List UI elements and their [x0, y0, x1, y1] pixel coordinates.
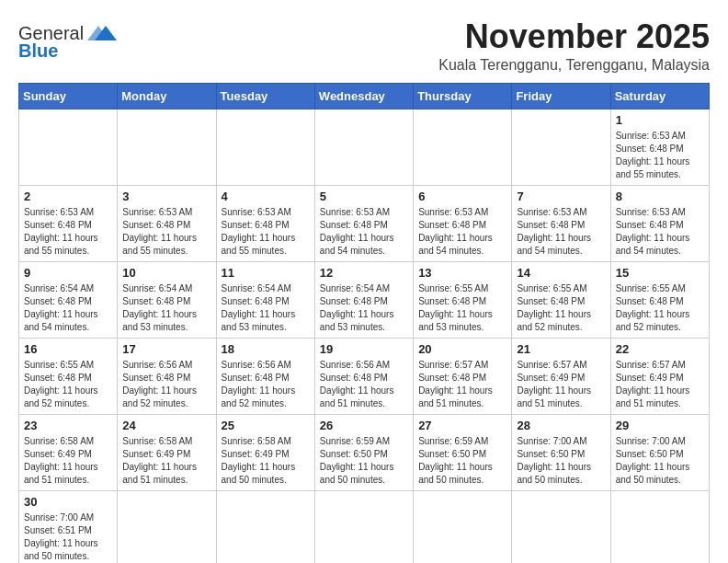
calendar-cell: 25Sunrise: 6:58 AM Sunset: 6:49 PM Dayli… — [216, 414, 314, 490]
cell-info: Sunrise: 6:55 AM Sunset: 6:48 PM Dayligh… — [517, 282, 605, 334]
calendar-header-monday: Monday — [118, 83, 216, 109]
calendar-cell: 28Sunrise: 7:00 AM Sunset: 6:50 PM Dayli… — [512, 414, 610, 490]
day-number: 29 — [616, 419, 704, 432]
calendar-cell: 27Sunrise: 6:59 AM Sunset: 6:50 PM Dayli… — [414, 414, 512, 490]
day-number: 9 — [24, 266, 112, 280]
day-number: 24 — [122, 419, 210, 432]
day-number: 27 — [418, 419, 506, 432]
calendar-week-row: 1Sunrise: 6:53 AM Sunset: 6:48 PM Daylig… — [19, 109, 710, 185]
day-number: 17 — [122, 342, 210, 356]
calendar-cell: 2Sunrise: 6:53 AM Sunset: 6:48 PM Daylig… — [19, 185, 118, 261]
cell-info: Sunrise: 6:53 AM Sunset: 6:48 PM Dayligh… — [517, 206, 605, 258]
calendar-cell — [118, 109, 216, 185]
calendar-header-row: SundayMondayTuesdayWednesdayThursdayFrid… — [19, 83, 710, 109]
day-number: 26 — [320, 419, 408, 432]
day-number: 20 — [418, 342, 506, 356]
calendar-cell: 30Sunrise: 7:00 AM Sunset: 6:51 PM Dayli… — [19, 490, 118, 563]
logo: General Blue — [18, 18, 120, 62]
location: Kuala Terengganu, Terengganu, Malaysia — [438, 57, 710, 74]
month-title: November 2025 — [438, 18, 710, 55]
calendar-cell: 8Sunrise: 6:53 AM Sunset: 6:48 PM Daylig… — [610, 185, 709, 261]
calendar-cell — [19, 109, 118, 185]
cell-info: Sunrise: 6:56 AM Sunset: 6:48 PM Dayligh… — [222, 359, 310, 410]
calendar-cell — [314, 490, 413, 563]
day-number: 11 — [222, 266, 310, 280]
day-number: 18 — [222, 342, 310, 356]
calendar-header-tuesday: Tuesday — [216, 83, 314, 109]
cell-info: Sunrise: 6:58 AM Sunset: 6:49 PM Dayligh… — [222, 435, 310, 487]
calendar-cell: 19Sunrise: 6:56 AM Sunset: 6:48 PM Dayli… — [314, 338, 413, 414]
cell-info: Sunrise: 7:00 AM Sunset: 6:50 PM Dayligh… — [517, 435, 605, 487]
day-number: 5 — [320, 190, 408, 203]
calendar-cell: 20Sunrise: 6:57 AM Sunset: 6:48 PM Dayli… — [414, 338, 512, 414]
calendar-cell: 14Sunrise: 6:55 AM Sunset: 6:48 PM Dayli… — [512, 261, 610, 338]
calendar-week-row: 16Sunrise: 6:55 AM Sunset: 6:48 PM Dayli… — [19, 338, 710, 414]
day-number: 22 — [616, 342, 704, 356]
day-number: 19 — [320, 342, 408, 356]
day-number: 30 — [24, 495, 112, 509]
cell-info: Sunrise: 6:56 AM Sunset: 6:48 PM Dayligh… — [122, 359, 210, 410]
day-number: 16 — [24, 342, 112, 356]
day-number: 23 — [24, 419, 112, 432]
cell-info: Sunrise: 6:54 AM Sunset: 6:48 PM Dayligh… — [24, 282, 112, 334]
calendar-header-thursday: Thursday — [414, 83, 512, 109]
cell-info: Sunrise: 6:57 AM Sunset: 6:49 PM Dayligh… — [517, 359, 605, 410]
day-number: 25 — [222, 419, 310, 432]
calendar-header-saturday: Saturday — [610, 83, 709, 109]
day-number: 15 — [616, 266, 704, 280]
cell-info: Sunrise: 6:57 AM Sunset: 6:49 PM Dayligh… — [616, 359, 704, 410]
cell-info: Sunrise: 6:53 AM Sunset: 6:48 PM Dayligh… — [418, 206, 506, 258]
cell-info: Sunrise: 6:58 AM Sunset: 6:49 PM Dayligh… — [24, 435, 112, 487]
calendar-cell: 6Sunrise: 6:53 AM Sunset: 6:48 PM Daylig… — [414, 185, 512, 261]
cell-info: Sunrise: 6:55 AM Sunset: 6:48 PM Dayligh… — [616, 282, 704, 334]
calendar-cell: 13Sunrise: 6:55 AM Sunset: 6:48 PM Dayli… — [414, 261, 512, 338]
calendar-cell: 5Sunrise: 6:53 AM Sunset: 6:48 PM Daylig… — [314, 185, 413, 261]
calendar-cell — [216, 490, 314, 563]
calendar-cell: 9Sunrise: 6:54 AM Sunset: 6:48 PM Daylig… — [19, 261, 118, 338]
logo-blue: Blue — [18, 40, 58, 62]
cell-info: Sunrise: 6:53 AM Sunset: 6:48 PM Dayligh… — [616, 206, 704, 258]
calendar-cell: 24Sunrise: 6:58 AM Sunset: 6:49 PM Dayli… — [118, 414, 216, 490]
cell-info: Sunrise: 6:54 AM Sunset: 6:48 PM Dayligh… — [122, 282, 210, 334]
calendar-cell — [118, 490, 216, 563]
calendar-cell — [414, 109, 512, 185]
calendar-table: SundayMondayTuesdayWednesdayThursdayFrid… — [18, 83, 710, 563]
day-number: 10 — [122, 266, 210, 280]
calendar-cell: 12Sunrise: 6:54 AM Sunset: 6:48 PM Dayli… — [314, 261, 413, 338]
cell-info: Sunrise: 6:59 AM Sunset: 6:50 PM Dayligh… — [418, 435, 506, 487]
day-number: 2 — [24, 190, 112, 203]
day-number: 8 — [616, 190, 704, 203]
day-number: 28 — [517, 419, 605, 432]
calendar-cell — [414, 490, 512, 563]
cell-info: Sunrise: 6:53 AM Sunset: 6:48 PM Dayligh… — [122, 206, 210, 258]
calendar-cell — [216, 109, 314, 185]
calendar-cell: 29Sunrise: 7:00 AM Sunset: 6:50 PM Dayli… — [610, 414, 709, 490]
day-number: 12 — [320, 266, 408, 280]
calendar-cell: 10Sunrise: 6:54 AM Sunset: 6:48 PM Dayli… — [118, 261, 216, 338]
calendar-cell: 4Sunrise: 6:53 AM Sunset: 6:48 PM Daylig… — [216, 185, 314, 261]
calendar-cell: 7Sunrise: 6:53 AM Sunset: 6:48 PM Daylig… — [512, 185, 610, 261]
day-number: 7 — [517, 190, 605, 203]
calendar-header-wednesday: Wednesday — [314, 83, 413, 109]
cell-info: Sunrise: 6:54 AM Sunset: 6:48 PM Dayligh… — [222, 282, 310, 334]
day-number: 1 — [616, 113, 704, 127]
day-number: 13 — [418, 266, 506, 280]
day-number: 6 — [418, 190, 506, 203]
calendar-cell — [314, 109, 413, 185]
calendar-cell: 1Sunrise: 6:53 AM Sunset: 6:48 PM Daylig… — [610, 109, 709, 185]
page-header: General Blue November 2025 Kuala Terengg… — [18, 18, 710, 74]
cell-info: Sunrise: 6:59 AM Sunset: 6:50 PM Dayligh… — [320, 435, 408, 487]
cell-info: Sunrise: 6:58 AM Sunset: 6:49 PM Dayligh… — [122, 435, 210, 487]
day-number: 4 — [222, 190, 310, 203]
cell-info: Sunrise: 7:00 AM Sunset: 6:50 PM Dayligh… — [616, 435, 704, 487]
cell-info: Sunrise: 6:54 AM Sunset: 6:48 PM Dayligh… — [320, 282, 408, 334]
day-number: 3 — [122, 190, 210, 203]
logo-icon — [87, 24, 120, 44]
cell-info: Sunrise: 6:53 AM Sunset: 6:48 PM Dayligh… — [222, 206, 310, 258]
calendar-week-row: 30Sunrise: 7:00 AM Sunset: 6:51 PM Dayli… — [19, 490, 710, 563]
calendar-cell: 21Sunrise: 6:57 AM Sunset: 6:49 PM Dayli… — [512, 338, 610, 414]
day-number: 14 — [517, 266, 605, 280]
cell-info: Sunrise: 6:53 AM Sunset: 6:48 PM Dayligh… — [24, 206, 112, 258]
calendar-week-row: 23Sunrise: 6:58 AM Sunset: 6:49 PM Dayli… — [19, 414, 710, 490]
calendar-week-row: 9Sunrise: 6:54 AM Sunset: 6:48 PM Daylig… — [19, 261, 710, 338]
